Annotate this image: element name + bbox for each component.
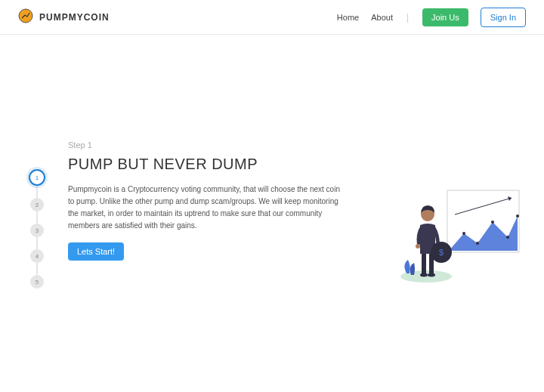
svg-rect-9 xyxy=(422,252,426,273)
svg-point-2 xyxy=(462,232,465,235)
content: Step 1 PUMP BUT NEVER DUMP Pumpmycoin is… xyxy=(68,140,348,261)
step-dot-4[interactable]: 4 xyxy=(30,249,44,263)
svg-point-4 xyxy=(491,221,494,224)
brand-name: PUMPMYCOIN xyxy=(39,12,110,23)
step-line xyxy=(36,263,38,275)
nav: Home About | Join Us Sign In xyxy=(337,8,526,27)
lets-start-button[interactable]: Lets Start! xyxy=(68,242,124,261)
sign-in-button[interactable]: Sign In xyxy=(481,8,526,27)
svg-point-6 xyxy=(516,215,519,218)
svg-point-3 xyxy=(476,242,479,245)
step-line xyxy=(36,211,38,224)
step-line xyxy=(36,237,38,249)
step-dot-5[interactable]: 5 xyxy=(30,275,44,289)
step-dot-1[interactable]: 1 xyxy=(29,169,45,186)
page-title: PUMP BUT NEVER DUMP xyxy=(68,156,348,173)
nav-about[interactable]: About xyxy=(371,13,393,22)
svg-text:$: $ xyxy=(439,248,444,257)
step-line xyxy=(36,186,38,198)
step-dot-2[interactable]: 2 xyxy=(30,198,44,211)
header: PUMPMYCOIN Home About | Join Us Sign In xyxy=(0,0,544,35)
svg-point-11 xyxy=(420,273,428,277)
svg-point-5 xyxy=(506,236,509,239)
nav-home[interactable]: Home xyxy=(337,13,359,22)
step-label: Step 1 xyxy=(68,140,348,150)
join-us-button[interactable]: Join Us xyxy=(422,8,468,26)
svg-point-12 xyxy=(428,273,435,277)
svg-point-13 xyxy=(416,244,420,248)
illustration: $ xyxy=(394,184,523,290)
stepper: 1 2 3 4 5 xyxy=(29,169,45,289)
body-text: Pumpmycoin is a Cryptocurrency voting co… xyxy=(68,184,348,232)
logo-icon xyxy=(18,8,33,26)
brand[interactable]: PUMPMYCOIN xyxy=(18,8,110,26)
main: 1 2 3 4 5 Step 1 PUMP BUT NEVER DUMP Pum… xyxy=(0,35,544,261)
step-dot-3[interactable]: 3 xyxy=(30,224,44,237)
nav-separator: | xyxy=(406,12,409,23)
